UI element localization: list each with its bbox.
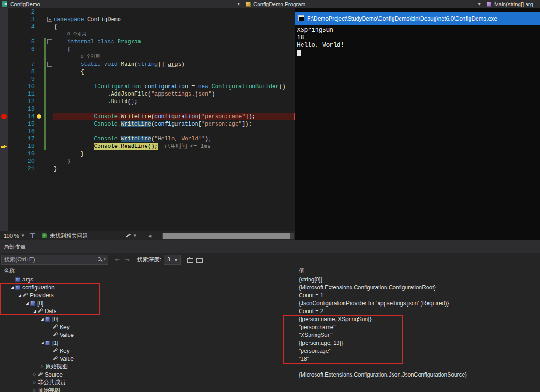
locals-value-cell[interactable]: {[person:age, 18]} — [295, 339, 540, 347]
scroll-left-icon[interactable]: ◀ — [148, 234, 151, 238]
locals-value-cell[interactable]: {Microsoft.Extensions.Configuration.Json… — [295, 371, 540, 378]
code-line[interactable]: 7− static void Main(string[] args) — [0, 61, 295, 68]
code-line[interactable]: 14 Console.WriteLine(configuration["pers… — [0, 113, 295, 120]
code-line[interactable]: 12 .Build(); — [0, 98, 295, 105]
code-line[interactable]: 0 个引用 — [0, 53, 295, 61]
locals-row[interactable]: args{string[0]} — [0, 275, 540, 283]
code-line[interactable]: 10 IConfiguration configuration = new Co… — [0, 83, 295, 91]
locals-name-cell: args — [0, 275, 295, 283]
expander-expanded-icon[interactable]: ◢ — [9, 285, 15, 289]
locals-row[interactable]: ◢ProvidersCount = 1 — [0, 291, 540, 299]
expander-collapsed-icon[interactable]: ▷ — [32, 380, 38, 385]
fold-toggle-icon[interactable]: − — [47, 17, 52, 22]
chevron-down-icon[interactable]: ▼ — [104, 258, 106, 261]
lightbulb-icon[interactable] — [37, 114, 41, 119]
code-line[interactable]: 16 — [0, 128, 295, 135]
locals-row[interactable]: ◢[0]{JsonConfigurationProvider for 'apps… — [0, 299, 540, 307]
zoom-level[interactable]: 100 % — [4, 233, 19, 238]
locals-row[interactable]: Value"XSpringSun" — [0, 331, 540, 339]
locals-value-cell[interactable]: {JsonConfigurationProvider for 'appsetti… — [295, 299, 540, 307]
locals-row[interactable]: ◢configuration{Microsoft.Extensions.Conf… — [0, 283, 540, 291]
breakpoint-icon[interactable] — [1, 114, 7, 119]
split-view-icon[interactable] — [30, 233, 35, 238]
locals-name-cell: ▷原始视图 — [0, 363, 295, 371]
expander-expanded-icon[interactable]: ◢ — [39, 341, 45, 345]
code-line[interactable]: 8 { — [0, 68, 295, 76]
locals-value-cell[interactable]: {Microsoft.Extensions.Configuration.Conf… — [295, 283, 540, 291]
locals-row[interactable]: Key"person:age" — [0, 347, 540, 355]
chevron-down-icon[interactable]: ▼ — [134, 234, 136, 238]
chevron-down-icon[interactable]: ▼ — [238, 2, 240, 6]
search-depth-select[interactable]: 3 ▼ — [164, 255, 181, 265]
code-line[interactable]: 2 — [0, 8, 295, 16]
project-dropdown[interactable]: ConfigDemo ▼ — [0, 0, 243, 8]
code-editor[interactable]: 23−namespace ConfigDemo4{0 个引用5− interna… — [0, 8, 295, 231]
codelens-references[interactable]: 0 个引用 — [67, 31, 87, 38]
search-icon[interactable] — [97, 257, 103, 262]
code-line[interactable]: 21} — [0, 165, 295, 173]
locals-value-cell[interactable]: Count = 1 — [295, 291, 540, 299]
expander-collapsed-icon[interactable]: ▷ — [39, 364, 45, 369]
code-line[interactable]: 17 Console.WriteLine("Hello, World!"); — [0, 135, 295, 143]
locals-row[interactable]: ◢[0]{[person:name, XSpringSun]} — [0, 315, 540, 323]
search-input[interactable]: 搜索(Ctrl+E) ▼ — [1, 255, 108, 265]
scrollbar-thumb[interactable] — [163, 233, 290, 239]
horizontal-scrollbar[interactable] — [162, 233, 294, 239]
locals-row[interactable]: Key"person:name" — [0, 323, 540, 331]
code-line[interactable]: 5− internal class Program — [0, 38, 295, 46]
locals-row[interactable]: ▷Source{Microsoft.Extensions.Configurati… — [0, 371, 540, 378]
type-dropdown[interactable]: ConfigDemo.Program ▼ — [243, 0, 484, 8]
expander-expanded-icon[interactable]: ◢ — [39, 317, 45, 321]
locals-value-cell[interactable]: "person:age" — [295, 347, 540, 355]
code-line[interactable]: 11 .AddJsonFile("appsettings.json") — [0, 91, 295, 98]
console-title-bar[interactable]: F:\DemoProject\StudyDemo\ConfigDemo\bin\… — [295, 12, 540, 25]
locals-value-cell[interactable]: {[person:name, XSpringSun]} — [295, 315, 540, 323]
locals-value-cell[interactable] — [295, 363, 540, 371]
chevron-down-icon[interactable]: ▼ — [22, 234, 24, 238]
expander-expanded-icon[interactable]: ◢ — [24, 301, 30, 305]
locals-value-cell[interactable]: "18" — [295, 355, 540, 363]
column-header-value[interactable]: 值 — [295, 266, 540, 275]
expander-collapsed-icon[interactable]: ▷ — [32, 388, 38, 392]
locals-value-cell[interactable]: {string[0]} — [295, 275, 540, 283]
fold-toggle-icon[interactable]: − — [47, 62, 52, 67]
locals-row[interactable]: ▷非公共成员 — [0, 378, 540, 386]
code-line[interactable]: 19 } — [0, 150, 295, 158]
code-line[interactable]: 0 个引用 — [0, 31, 295, 38]
code-line[interactable]: 13 — [0, 105, 295, 113]
codelens-references[interactable]: 0 个引用 — [81, 53, 100, 61]
code-line[interactable]: 20 } — [0, 158, 295, 165]
locals-value-cell[interactable] — [295, 386, 540, 392]
locals-row[interactable]: ▷原始视图 — [0, 386, 540, 392]
column-header-name[interactable]: 名称 — [0, 266, 295, 275]
code-line[interactable]: 4{ — [0, 23, 295, 31]
pin-to-source-icon[interactable] — [196, 257, 202, 263]
locals-value-cell[interactable]: "person:name" — [295, 323, 540, 331]
code-line[interactable]: 6 { — [0, 46, 295, 53]
forward-arrow-icon[interactable]: → — [125, 256, 130, 263]
expander-collapsed-icon[interactable]: ▷ — [32, 372, 38, 377]
health-status-text[interactable]: 未找到相关问题 — [50, 232, 88, 239]
locals-row[interactable]: ◢[1]{[person:age, 18]} — [0, 339, 540, 347]
chevron-down-icon[interactable]: ▼ — [478, 2, 481, 6]
code-line[interactable]: 9 — [0, 76, 295, 83]
locals-value-cell[interactable] — [295, 378, 540, 386]
fold-toggle-icon[interactable]: − — [47, 39, 52, 44]
code-line[interactable]: 15 Console.WriteLine(configuration["pers… — [0, 120, 295, 128]
code-line[interactable]: 18 Console.ReadLine(); 已用时间 <= 1ms — [0, 143, 295, 150]
locals-row[interactable]: Value"18" — [0, 355, 540, 363]
expander-expanded-icon[interactable]: ◢ — [17, 293, 23, 297]
locals-panel-title: 局部变量 — [0, 240, 540, 253]
expander-expanded-icon[interactable]: ◢ — [32, 309, 38, 313]
member-dropdown[interactable]: Main(string[] arg — [484, 0, 540, 8]
console-title: F:\DemoProject\StudyDemo\ConfigDemo\bin\… — [307, 15, 497, 22]
locals-value-cell[interactable]: "XSpringSun" — [295, 331, 540, 339]
locals-row[interactable]: ▷原始视图 — [0, 363, 540, 371]
pin-values-icon[interactable] — [187, 257, 193, 263]
back-arrow-icon[interactable]: ← — [115, 256, 120, 263]
locals-row[interactable]: ◢DataCount = 2 — [0, 307, 540, 315]
code-line[interactable]: 3−namespace ConfigDemo — [0, 16, 295, 23]
code-cleanup-icon[interactable] — [126, 233, 131, 238]
locals-value-cell[interactable]: Count = 2 — [295, 307, 540, 315]
health-check-icon[interactable] — [42, 233, 47, 238]
